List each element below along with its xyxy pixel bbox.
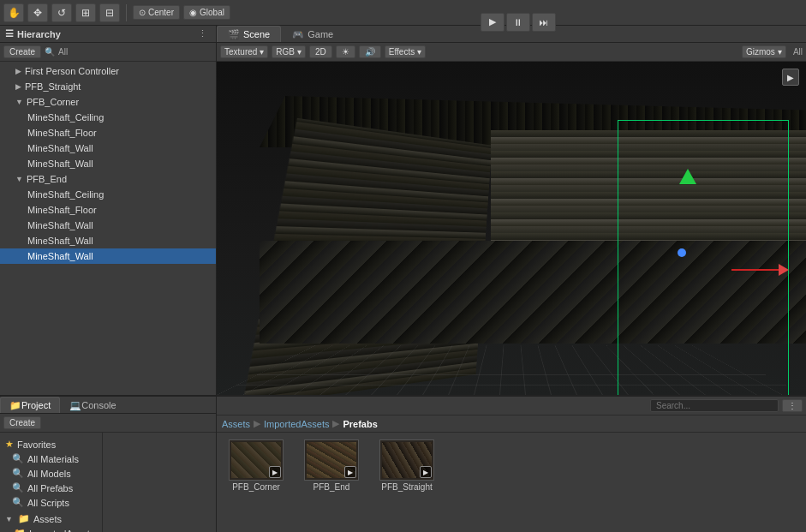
hierarchy-item-wall-selected[interactable]: MineShaft_Wall [0, 248, 216, 264]
separator1 [126, 4, 127, 21]
project-tab[interactable]: 📁 Project [0, 397, 60, 413]
expand-arrow: ▼ [15, 98, 23, 106]
project-sidebar: ★ Favorites 🔍 All Materials 🔍 All Models… [0, 433, 103, 532]
asset-item-straight[interactable]: ▶ PFB_Straight [373, 438, 441, 493]
effects-dropdown[interactable]: Effects ▾ [385, 45, 426, 58]
console-icon: 💻 [69, 400, 81, 411]
sound-btn[interactable]: 🔊 [359, 45, 381, 58]
hierarchy-menu-btn[interactable]: ⋮ [194, 28, 211, 39]
search-icon: 🔍 [12, 453, 24, 464]
all-gizmos-label: All [793, 47, 803, 57]
hierarchy-item-wall3[interactable]: MineShaft_Wall [0, 218, 216, 233]
hierarchy-item-floor1[interactable]: MineShaft_Floor [0, 125, 216, 140]
layers-btn[interactable]: ⊟ [99, 3, 120, 22]
bottom-right-panel: ⋮ Assets ▶ ImportedAssets ▶ Prefabs ▶ PF… [217, 397, 806, 532]
hierarchy-item-floor2[interactable]: MineShaft_Floor [0, 202, 216, 218]
item-label: MineShaft_Wall [27, 143, 93, 153]
all-materials-item[interactable]: 🔍 All Materials [2, 451, 100, 466]
breadcrumb: Assets ▶ ImportedAssets ▶ Prefabs [217, 415, 806, 433]
step-button[interactable]: ⏭ [532, 13, 556, 32]
asset-grid: ▶ PFB_Corner ▶ PFB_End ▶ PFB_Straight [217, 433, 806, 532]
frame-btn[interactable]: ⊞ [75, 3, 96, 22]
item-label: MineShaft_Ceiling [27, 112, 104, 123]
scene-tab[interactable]: 🎬 Scene [217, 26, 281, 42]
rgb-dropdown[interactable]: RGB ▾ [272, 45, 306, 58]
folder-icon: 📁 [18, 513, 30, 524]
game-tab[interactable]: 🎮 Game [281, 26, 344, 42]
all-models-item[interactable]: 🔍 All Models [2, 466, 100, 481]
breadcrumb-assets[interactable]: Assets [222, 419, 250, 429]
hierarchy-item-pfbend[interactable]: ▼ PFB_End [0, 171, 216, 187]
hierarchy-tab-title: ☰ Hierarchy [5, 28, 61, 39]
asset-menu-btn[interactable]: ⋮ [782, 399, 803, 412]
expand-arrow: ▼ [15, 175, 23, 183]
hierarchy-item-wall4[interactable]: MineShaft_Wall [0, 233, 216, 248]
item-label: PFB_End [27, 174, 67, 184]
item-label: PFB_Corner [27, 97, 79, 107]
2d-btn[interactable]: 2D [309, 45, 332, 58]
item-label: First Person Controller [25, 66, 119, 76]
grid-floor [217, 345, 806, 395]
scene-viewport[interactable]: ▶ [217, 62, 806, 395]
chevron-down-icon3: ▾ [417, 47, 421, 57]
breadcrumb-sep1: ▶ [254, 418, 260, 429]
pause-button[interactable]: ⏸ [506, 13, 530, 32]
hierarchy-item-firstperson[interactable]: ▶ First Person Controller [0, 63, 216, 79]
textured-dropdown[interactable]: Textured ▾ [220, 45, 268, 58]
favorites-header[interactable]: ★ Favorites [2, 437, 100, 451]
hierarchy-item-wall1[interactable]: MineShaft_Wall [0, 140, 216, 156]
breadcrumb-prefabs: Prefabs [343, 419, 377, 429]
asset-play-btn-end[interactable]: ▶ [344, 466, 356, 478]
hierarchy-item-pfbcorner[interactable]: ▼ PFB_Corner [0, 94, 216, 110]
hand-tool-btn[interactable]: ✋ [3, 3, 24, 22]
move-tool-btn[interactable]: ✥ [27, 3, 48, 22]
blue-center-handle[interactable] [678, 248, 686, 257]
breadcrumb-sep2: ▶ [332, 418, 339, 429]
console-tab[interactable]: 💻 Console [60, 397, 125, 413]
green-triangle-handle[interactable] [679, 169, 696, 184]
asset-label-straight: PFB_Straight [381, 482, 432, 492]
bottom-left-panel: 📁 Project 💻 Console Create ★ Favorites [0, 397, 217, 532]
project-create-btn[interactable]: Create [3, 416, 41, 429]
star-icon: ★ [5, 439, 14, 450]
hierarchy-list[interactable]: ▶ First Person Controller ▶ PFB_Straight… [0, 62, 216, 395]
expand-arrow: ▶ [15, 67, 21, 75]
sun-btn[interactable]: ☀ [336, 45, 355, 58]
hierarchy-item-ceiling2[interactable]: MineShaft_Ceiling [0, 187, 216, 202]
breadcrumb-imported[interactable]: ImportedAssets [264, 419, 329, 429]
hierarchy-item-ceiling1[interactable]: MineShaft_Ceiling [0, 110, 216, 125]
all-prefabs-item[interactable]: 🔍 All Prefabs [2, 481, 100, 495]
center-icon: ⊙ [139, 8, 146, 17]
assets-header[interactable]: ▼ 📁 Assets [2, 511, 100, 526]
item-label: MineShaft_Wall [27, 220, 93, 230]
play-button[interactable]: ▶ [481, 13, 504, 32]
refresh-btn[interactable]: ↺ [51, 3, 72, 22]
item-label: MineShaft_Ceiling [27, 189, 104, 200]
asset-item-corner[interactable]: ▶ PFB_Corner [222, 438, 290, 493]
red-handle-tip [779, 264, 789, 276]
red-arrow-handle[interactable] [731, 264, 789, 276]
red-handle-line [731, 269, 779, 271]
center-btn[interactable]: ⊙ Center [133, 5, 180, 20]
asset-thumb-corner: ▶ [229, 439, 284, 481]
mineshaft-floor [260, 241, 806, 344]
asset-play-btn-straight[interactable]: ▶ [420, 466, 432, 478]
global-btn[interactable]: ◉ Global [183, 5, 230, 20]
asset-item-end[interactable]: ▶ PFB_End [297, 438, 366, 493]
all-scripts-item[interactable]: 🔍 All Scripts [2, 495, 100, 510]
gizmos-dropdown[interactable]: Gizmos ▾ [742, 45, 786, 58]
hierarchy-item-pfbstraight[interactable]: ▶ PFB_Straight [0, 79, 216, 94]
favorites-section: ★ Favorites 🔍 All Materials 🔍 All Models… [2, 436, 100, 511]
scene-nav-btn[interactable]: ▶ [782, 69, 799, 86]
scene-toolbar: Textured ▾ RGB ▾ 2D ☀ 🔊 Effects ▾ Gizmos… [217, 43, 806, 62]
item-label: MineShaft_Floor [27, 128, 97, 138]
asset-play-btn-corner[interactable]: ▶ [269, 466, 281, 478]
item-label: MineShaft_Wall [27, 236, 93, 246]
hierarchy-create-btn[interactable]: Create [3, 45, 41, 58]
top-toolbar: ✋ ✥ ↺ ⊞ ⊟ ⊙ Center ◉ Global ▶ ⏸ ⏭ [0, 0, 806, 26]
bottom-tabs: 📁 Project 💻 Console [0, 397, 216, 414]
item-label: MineShaft_Floor [27, 205, 97, 215]
asset-search-input[interactable] [650, 399, 779, 412]
imported-assets-item[interactable]: 📁 ImportedAssets [2, 526, 100, 532]
hierarchy-item-wall2[interactable]: MineShaft_Wall [0, 156, 216, 171]
